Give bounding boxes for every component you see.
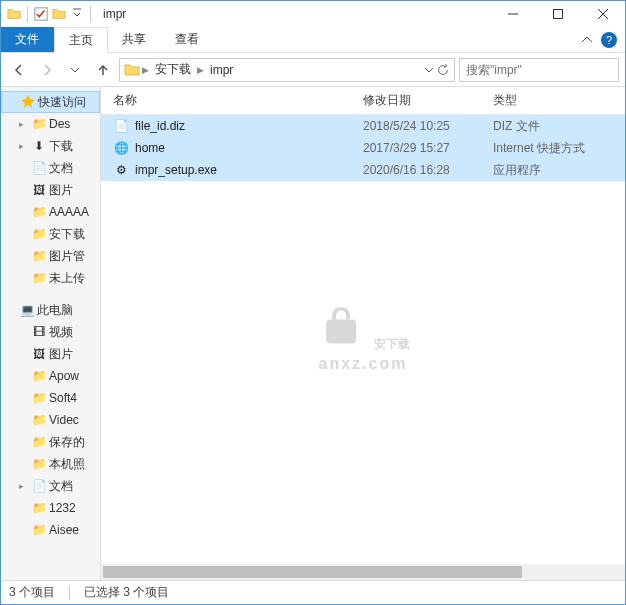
- column-name[interactable]: 名称: [101, 92, 351, 109]
- file-row[interactable]: 🌐home 2017/3/29 15:27 Internet 快捷方式: [101, 137, 625, 159]
- pictures-icon: 🖼: [31, 182, 47, 198]
- sidebar-item[interactable]: 🖼图片: [1, 179, 100, 201]
- qat-dropdown-icon[interactable]: [70, 7, 84, 21]
- nav-bar: ▶ 安下载 ▶ impr: [1, 53, 625, 87]
- tab-file[interactable]: 文件: [1, 27, 54, 52]
- ribbon-expand-icon[interactable]: [581, 34, 593, 46]
- pc-icon: 💻: [19, 302, 35, 318]
- column-type[interactable]: 类型: [481, 92, 625, 109]
- exe-icon: ⚙: [113, 162, 129, 178]
- breadcrumb-segment[interactable]: impr: [206, 63, 237, 77]
- breadcrumb-segment[interactable]: 安下载: [151, 61, 195, 78]
- svg-rect-1: [553, 10, 562, 19]
- status-bar: 3 个项目 已选择 3 个项目: [1, 580, 625, 604]
- folder-icon: [7, 7, 21, 21]
- up-button[interactable]: [91, 58, 115, 82]
- checkbox-icon[interactable]: [34, 7, 48, 21]
- pictures-icon: 🖼: [31, 346, 47, 362]
- watermark: 安下载 anxz.com: [316, 307, 410, 372]
- horizontal-scrollbar[interactable]: [101, 564, 625, 580]
- file-row[interactable]: ⚙impr_setup.exe 2020/6/16 16:28 应用程序: [101, 159, 625, 181]
- file-list: 名称 修改日期 类型 📄file_id.diz 2018/5/24 10:25 …: [101, 87, 625, 580]
- status-selected: 已选择 3 个项目: [84, 584, 169, 601]
- window-title: impr: [103, 7, 126, 21]
- help-icon[interactable]: ?: [601, 32, 617, 48]
- download-icon: ⬇: [31, 138, 47, 154]
- search-box[interactable]: [459, 58, 619, 82]
- url-icon: 🌐: [113, 140, 129, 156]
- sidebar-this-pc[interactable]: 💻此电脑: [1, 299, 100, 321]
- tab-share[interactable]: 共享: [108, 27, 161, 52]
- sidebar-item[interactable]: 📁AAAAA: [1, 201, 100, 223]
- sidebar-item[interactable]: 📁1232: [1, 497, 100, 519]
- folder-small-icon[interactable]: [52, 7, 66, 21]
- file-icon: 📄: [113, 118, 129, 134]
- refresh-icon[interactable]: [436, 63, 450, 77]
- ribbon-tabs: 文件 主页 共享 查看 ?: [1, 27, 625, 53]
- sidebar-item[interactable]: 🖼图片: [1, 343, 100, 365]
- column-headers: 名称 修改日期 类型: [101, 87, 625, 115]
- breadcrumb[interactable]: ▶ 安下载 ▶ impr: [119, 58, 455, 82]
- svg-rect-3: [326, 319, 356, 343]
- sidebar-item[interactable]: 📁本机照: [1, 453, 100, 475]
- close-button[interactable]: [580, 1, 625, 27]
- sidebar-item[interactable]: 📁Aisee: [1, 519, 100, 541]
- search-input[interactable]: [466, 63, 616, 77]
- title-bar: impr: [1, 1, 625, 27]
- sidebar-item[interactable]: 📁安下载: [1, 223, 100, 245]
- back-button[interactable]: [7, 58, 31, 82]
- forward-button[interactable]: [35, 58, 59, 82]
- dropdown-icon[interactable]: [424, 65, 434, 75]
- sidebar-item[interactable]: 📄文档: [1, 157, 100, 179]
- tab-home[interactable]: 主页: [54, 27, 108, 53]
- tab-view[interactable]: 查看: [161, 27, 214, 52]
- sidebar-quick-access[interactable]: 快速访问: [1, 91, 100, 113]
- maximize-button[interactable]: [535, 1, 580, 27]
- status-count: 3 个项目: [9, 584, 55, 601]
- sidebar-item[interactable]: 📁保存的: [1, 431, 100, 453]
- sidebar-item[interactable]: ▸📄文档: [1, 475, 100, 497]
- video-icon: 🎞: [31, 324, 47, 340]
- document-icon: 📄: [31, 160, 47, 176]
- sidebar: 快速访问 ▸📁Des ▸⬇下载 📄文档 🖼图片 📁AAAAA 📁安下载 📁图片管…: [1, 87, 101, 580]
- sidebar-item[interactable]: 📁Videc: [1, 409, 100, 431]
- file-row[interactable]: 📄file_id.diz 2018/5/24 10:25 DIZ 文件: [101, 115, 625, 137]
- minimize-button[interactable]: [490, 1, 535, 27]
- sidebar-item[interactable]: 📁Soft4: [1, 387, 100, 409]
- sidebar-item[interactable]: ▸📁Des: [1, 113, 100, 135]
- recent-dropdown-icon[interactable]: [63, 58, 87, 82]
- column-date[interactable]: 修改日期: [351, 92, 481, 109]
- sidebar-item[interactable]: 📁图片管: [1, 245, 100, 267]
- document-icon: 📄: [31, 478, 47, 494]
- sidebar-item[interactable]: 🎞视频: [1, 321, 100, 343]
- folder-icon: [124, 62, 140, 78]
- sidebar-item[interactable]: 📁Apow: [1, 365, 100, 387]
- sidebar-item[interactable]: 📁未上传: [1, 267, 100, 289]
- sidebar-item[interactable]: ▸⬇下载: [1, 135, 100, 157]
